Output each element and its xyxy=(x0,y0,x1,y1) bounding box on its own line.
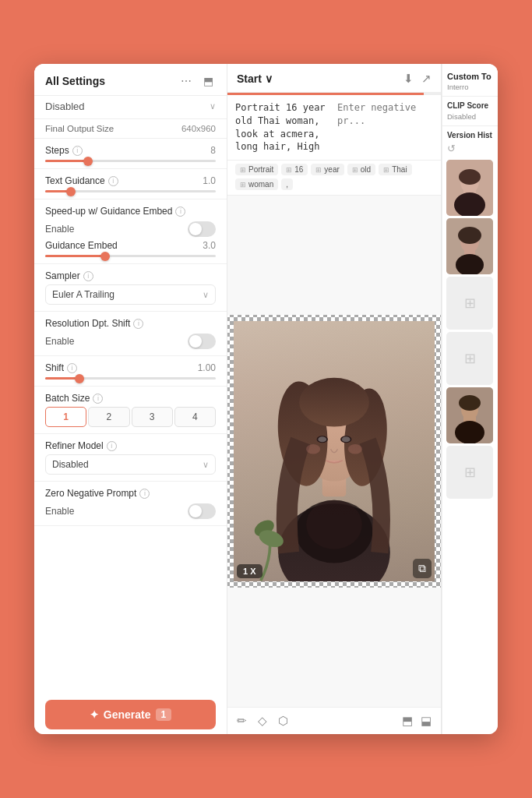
right-panel: Custom To Interro CLIP Score Disabled Ve… xyxy=(442,64,498,734)
brush-icon[interactable]: ✏ xyxy=(237,714,247,728)
tag-icon: ⊞ xyxy=(352,166,358,174)
tag-16[interactable]: ⊞ 16 xyxy=(281,164,308,175)
shift-slider[interactable] xyxy=(45,377,216,380)
prompt-input[interactable]: Portrait 16 year old Thai woman, look at… xyxy=(235,101,331,154)
save-layout-icon[interactable]: ⬒ xyxy=(200,73,216,89)
tag-thai[interactable]: ⊞ Thai xyxy=(379,164,411,175)
export-icon[interactable]: ⬒ xyxy=(402,714,413,728)
resolution-toggle-knob xyxy=(189,335,202,348)
layers-icon[interactable]: ⧉ xyxy=(413,559,432,578)
tag-year[interactable]: ⊞ year xyxy=(311,164,344,175)
placeholder-icon-6: ⊞ xyxy=(464,464,476,481)
resolution-info-icon[interactable]: i xyxy=(133,319,143,329)
speed-up-enable-label: Enable xyxy=(45,224,74,235)
speed-up-toggle-knob xyxy=(189,223,202,235)
eraser-icon[interactable]: ◇ xyxy=(258,714,267,728)
final-output-row: Final Output Size 640x960 xyxy=(34,119,227,139)
speed-up-toggle[interactable] xyxy=(188,221,216,237)
sampler-label: Sampler i xyxy=(45,270,93,281)
bottom-toolbar: ✏ ◇ ⬡ ⬒ ⬓ xyxy=(227,707,441,734)
speed-up-label: Speed-up w/ Guidance Embed i xyxy=(45,206,185,217)
steps-slider-fill xyxy=(45,160,88,162)
refiner-dropdown[interactable]: Disabled ∨ xyxy=(45,454,216,475)
zero-neg-info-icon[interactable]: i xyxy=(139,489,150,499)
tags-row: ⊞ Portrait ⊞ 16 ⊞ year ⊞ old ⊞ Thai ⊞ wo… xyxy=(227,161,441,196)
steps-slider[interactable] xyxy=(45,160,216,162)
negative-prompt-input[interactable] xyxy=(337,101,433,154)
guidance-embed-row: Guidance Embed 3.0 xyxy=(45,240,216,251)
shift-section: Shift i 1.00 xyxy=(34,356,227,387)
thumbnail-5[interactable] xyxy=(446,387,493,443)
generate-button[interactable]: ✦ Generate 1 xyxy=(45,700,216,729)
resolution-label-row: Resolution Dpt. Shift i xyxy=(45,318,216,329)
thumbnail-placeholder-3: ⊞ xyxy=(446,277,493,330)
shape-icon[interactable]: ⬡ xyxy=(278,714,288,728)
tag-portrait[interactable]: ⊞ Portrait xyxy=(235,164,278,175)
fullscreen-icon[interactable]: ⬓ xyxy=(421,714,432,728)
batch-size-info-icon[interactable]: i xyxy=(93,394,103,404)
text-guidance-slider-thumb[interactable] xyxy=(66,187,76,196)
panel-header: All Settings ⋯ ⬒ xyxy=(34,64,227,96)
portrait-svg xyxy=(227,315,441,588)
batch-btn-2[interactable]: 2 xyxy=(88,407,129,427)
tag-woman[interactable]: ⊞ woman xyxy=(235,178,278,190)
tag-label: old xyxy=(361,165,371,174)
tag-icon: ⊞ xyxy=(286,166,292,174)
guidance-embed-slider[interactable] xyxy=(45,255,216,257)
svg-point-9 xyxy=(299,378,369,427)
steps-info-icon[interactable]: i xyxy=(72,146,83,156)
right-panel-title: Custom To xyxy=(447,72,493,81)
speed-up-info-icon[interactable]: i xyxy=(175,207,185,217)
batch-size-label: Batch Size i xyxy=(45,393,103,404)
sparkle-icon: ✦ xyxy=(90,708,99,721)
svg-point-14 xyxy=(306,444,320,454)
refiner-info-icon[interactable]: i xyxy=(107,441,117,451)
refiner-value: Disabled xyxy=(52,459,89,470)
resolution-toggle[interactable] xyxy=(188,334,216,349)
history-icon[interactable]: ↺ xyxy=(447,143,456,154)
thumb-5-svg xyxy=(446,387,493,443)
text-guidance-value: 1.0 xyxy=(203,175,216,186)
steps-slider-thumb[interactable] xyxy=(83,157,93,166)
settings-scroll: Steps i 8 Text Guidance i 1.0 xyxy=(34,139,227,692)
thumbnail-placeholder-6: ⊞ xyxy=(446,446,493,499)
text-guidance-label-row: Text Guidance i 1.0 xyxy=(45,175,216,186)
batch-btn-1[interactable]: 1 xyxy=(45,407,86,427)
thumbnail-1[interactable] xyxy=(446,160,493,216)
disabled-dropdown[interactable]: Disabled ∨ xyxy=(34,96,227,119)
sampler-value: Euler A Trailing xyxy=(52,289,115,300)
start-chevron-icon: ∨ xyxy=(265,72,273,85)
speed-up-section: Speed-up w/ Guidance Embed i Enable Guid… xyxy=(34,200,227,264)
steps-section: Steps i 8 xyxy=(34,139,227,169)
shift-info-icon[interactable]: i xyxy=(67,363,77,373)
tag-old[interactable]: ⊞ old xyxy=(347,164,375,175)
shift-slider-thumb[interactable] xyxy=(75,374,84,383)
tag-label: 16 xyxy=(294,165,303,174)
batch-btn-3[interactable]: 3 xyxy=(132,407,173,427)
start-button[interactable]: Start ∨ xyxy=(237,72,273,85)
svg-point-30 xyxy=(459,395,481,411)
share-icon[interactable]: ↗ xyxy=(421,72,432,86)
final-output-value: 640x960 xyxy=(181,124,216,133)
resolution-toggle-row: Enable xyxy=(45,330,216,352)
right-divider-1 xyxy=(442,125,498,126)
shift-value: 1.00 xyxy=(198,362,216,373)
sampler-label-row: Sampler i xyxy=(45,270,216,281)
thumbnail-placeholder-4: ⊞ xyxy=(446,332,493,385)
history-icon-row: ↺ xyxy=(442,141,498,157)
bottom-toolbar-right: ⬒ ⬓ xyxy=(402,714,432,728)
guidance-embed-slider-thumb[interactable] xyxy=(100,252,110,261)
more-icon[interactable]: ⋯ xyxy=(178,73,194,89)
text-guidance-section: Text Guidance i 1.0 xyxy=(34,169,227,200)
thumbnail-2[interactable] xyxy=(446,218,493,274)
download-icon[interactable]: ⬇ xyxy=(403,72,414,86)
sampler-info-icon[interactable]: i xyxy=(83,271,93,281)
tag-icon: ⊞ xyxy=(383,166,389,174)
sampler-dropdown[interactable]: Euler A Trailing ∨ xyxy=(45,284,216,305)
batch-size-label-row: Batch Size i xyxy=(45,393,216,404)
text-guidance-info-icon[interactable]: i xyxy=(108,176,118,186)
text-guidance-slider[interactable] xyxy=(45,190,216,192)
batch-btn-4[interactable]: 4 xyxy=(174,407,216,427)
right-tab-label[interactable]: Interro xyxy=(447,83,493,91)
zero-neg-toggle[interactable] xyxy=(188,503,216,519)
